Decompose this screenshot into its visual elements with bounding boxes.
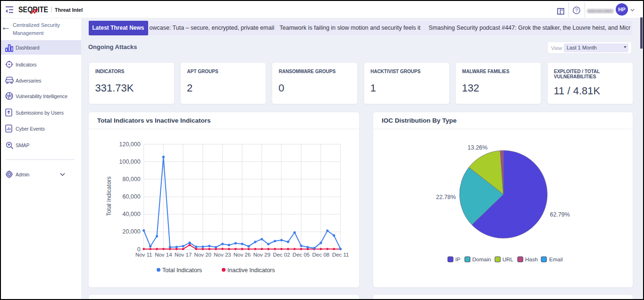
svg-text:Inactive Indicators: Inactive Indicators [227,267,275,274]
svg-text:Nov 20: Nov 20 [194,252,211,258]
svg-text:Nov 26: Nov 26 [234,252,251,258]
svg-text:URL: URL [502,257,514,262]
svg-text:13.26%: 13.26% [468,144,487,151]
svg-text:Dec 11: Dec 11 [332,252,349,258]
svg-text:?: ? [575,8,578,13]
svg-text:Total Indicators: Total Indicators [106,176,112,216]
svg-text:Dec 05: Dec 05 [293,252,309,258]
svg-text:20,000: 20,000 [122,228,140,235]
svg-text:60,000: 60,000 [122,193,140,200]
svg-text:Nov 11: Nov 11 [135,252,152,258]
svg-text:Domain: Domain [472,257,491,262]
svg-text:22.78%: 22.78% [436,194,456,200]
svg-text:Total Indicators: Total Indicators [162,267,202,274]
svg-text:62.79%: 62.79% [550,211,570,218]
svg-text:Email: Email [549,257,563,262]
svg-text:Nov 23: Nov 23 [214,252,231,258]
svg-text:Nov 14: Nov 14 [155,252,172,258]
svg-text:120,000: 120,000 [119,141,141,148]
svg-text:40,000: 40,000 [122,211,140,217]
svg-text:Dec 08: Dec 08 [312,252,329,258]
svg-text:Nov 29: Nov 29 [253,252,270,258]
svg-text:Dec 02: Dec 02 [273,252,290,258]
svg-text:SEQRITE: SEQRITE [18,5,48,14]
svg-text:Hash: Hash [525,257,538,262]
svg-text:IP: IP [455,257,460,262]
svg-text:80,000: 80,000 [122,176,140,183]
svg-text:100,000: 100,000 [119,158,141,165]
svg-text:Nov 17: Nov 17 [175,252,192,258]
